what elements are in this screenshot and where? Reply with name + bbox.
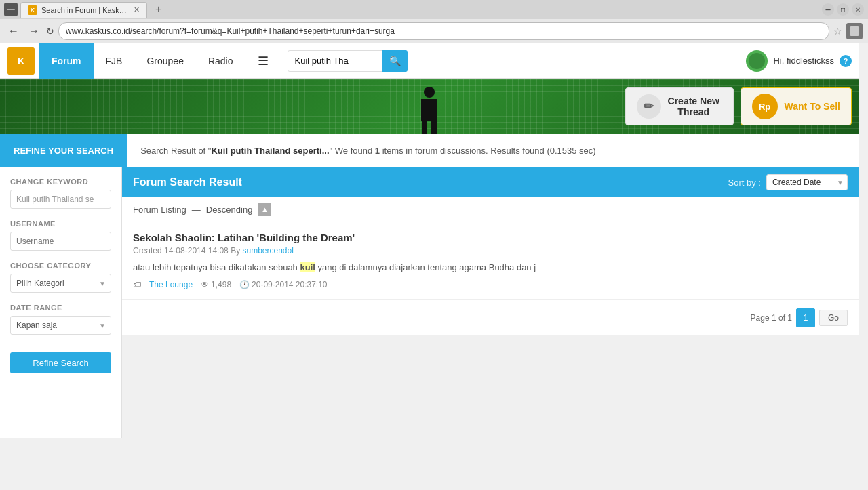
- thread-excerpt: atau lebih tepatnya bisa dikatakan sebua…: [133, 261, 848, 274]
- nav-items: Forum FJB Groupee Radio ☰: [39, 43, 281, 79]
- pagination-bar: Page 1 of 1 1 Go: [122, 300, 859, 335]
- tab-close-button[interactable]: ✕: [134, 5, 140, 14]
- forum-results-title: Forum Search Result: [133, 176, 242, 188]
- category-select[interactable]: Pilih Kategori: [10, 274, 111, 293]
- highlight-keyword: kuil: [300, 262, 315, 272]
- refresh-button[interactable]: ↻: [46, 26, 54, 37]
- extension-icon: [846, 23, 863, 39]
- search-result-text: Search Result of "Kuil putih Thailand se…: [127, 146, 859, 156]
- forum-listing-bar: Forum Listing — Descending ▲: [122, 197, 859, 222]
- sort-select[interactable]: Created Date Relevance Views: [766, 174, 848, 190]
- sort-label: Sort by :: [728, 178, 761, 188]
- result-count: 1: [375, 146, 380, 156]
- browser-toolbar: ← → ↻ www.kaskus.co.id/search/forum?f=fo…: [0, 19, 868, 43]
- back-button[interactable]: ←: [5, 24, 22, 39]
- maximize-button[interactable]: □: [837, 3, 849, 16]
- forum-listing-label: Forum Listing: [133, 205, 186, 215]
- thread-category-tag[interactable]: The Lounge: [149, 280, 193, 289]
- sidebar-category-section: CHOOSE CATEGORY Pilih Kategori: [10, 262, 111, 293]
- address-bar[interactable]: www.kaskus.co.id/search/forum?f=forum&q=…: [58, 22, 829, 40]
- banner-area: ✏ Create New Thread Rp Want To Sell: [0, 79, 859, 134]
- thread-item: Sekolah Shaolin: Latihan 'Building the D…: [122, 222, 859, 300]
- nav-item-groupee[interactable]: Groupee: [134, 43, 195, 79]
- browser-tab[interactable]: K Search in Forum | Kaskus - T... ✕: [20, 2, 147, 18]
- svg-text:K: K: [18, 56, 24, 66]
- want-to-sell-button[interactable]: Rp Want To Sell: [741, 87, 852, 125]
- category-select-wrapper: Pilih Kategori: [10, 274, 111, 293]
- thread-author[interactable]: sumbercendol: [242, 246, 293, 256]
- browser-icon: [4, 3, 18, 16]
- thread-last-date: 🕐 20-09-2014 20:37:10: [239, 280, 327, 289]
- category-label: CHOOSE CATEGORY: [10, 262, 111, 270]
- search-button[interactable]: 🔍: [382, 50, 408, 72]
- thread-tags: 🏷 The Lounge 👁 1,498 🕐 20-09-2014 20:37:…: [133, 280, 848, 289]
- browser-window-controls: [4, 3, 18, 16]
- username-input[interactable]: [10, 232, 111, 251]
- browser-titlebar: K Search in Forum | Kaskus - T... ✕ + ─ …: [0, 0, 868, 19]
- avatar-inner: [749, 53, 765, 69]
- forum-results: Forum Search Result Sort by : Created Da…: [122, 167, 859, 438]
- nav-item-radio[interactable]: Radio: [196, 43, 245, 79]
- browser-chrome: K Search in Forum | Kaskus - T... ✕ + ─ …: [0, 0, 868, 43]
- forum-results-header: Forum Search Result Sort by : Created Da…: [122, 167, 859, 197]
- sidebar: CHANGE KEYWORD USERNAME CHOOSE CATEGORY …: [0, 167, 122, 438]
- eye-icon: 👁: [201, 280, 209, 289]
- sort-area: Sort by : Created Date Relevance Views: [728, 174, 848, 190]
- user-greeting: Hi, fiddlestickss: [773, 56, 834, 66]
- username-label: USERNAME: [10, 220, 111, 228]
- thread-title[interactable]: Sekolah Shaolin: Latihan 'Building the D…: [133, 232, 848, 243]
- banner-player: [412, 87, 446, 134]
- date-label: DATE RANGE: [10, 304, 111, 312]
- go-button[interactable]: Go: [819, 310, 848, 326]
- date-select-wrapper: Kapan saja: [10, 316, 111, 335]
- scrollbar[interactable]: [859, 43, 868, 438]
- date-select[interactable]: Kapan saja: [10, 316, 111, 335]
- thread-created: Created 14-08-2014 14:08: [133, 246, 229, 256]
- refine-search-button[interactable]: Refine Search: [10, 352, 111, 373]
- clock-icon: 🕐: [239, 280, 250, 289]
- kaskus-logo[interactable]: K: [7, 47, 35, 75]
- thread-by: By: [231, 246, 240, 256]
- page-info: Page 1 of 1: [751, 313, 792, 323]
- avatar: [746, 50, 768, 72]
- keyword-label: CHANGE KEYWORD: [10, 178, 111, 186]
- nav-item-fjb[interactable]: FJB: [94, 43, 135, 79]
- tab-favicon: K: [28, 5, 37, 15]
- page-wrapper: K Forum FJB Groupee Radio ☰: [0, 43, 868, 438]
- page-main: K Forum FJB Groupee Radio ☰: [0, 43, 859, 438]
- tag-icon: 🏷: [133, 280, 141, 289]
- nav-item-menu[interactable]: ☰: [245, 43, 281, 79]
- close-button[interactable]: ✕: [852, 3, 864, 16]
- sidebar-date-section: DATE RANGE Kapan saja: [10, 304, 111, 335]
- sidebar-keyword-section: CHANGE KEYWORD: [10, 178, 111, 209]
- nav-item-forum[interactable]: Forum: [39, 43, 94, 79]
- rp-icon: Rp: [752, 94, 778, 119]
- url-text: www.kaskus.co.id/search/forum?f=forum&q=…: [66, 26, 822, 36]
- sort-select-wrapper: Created Date Relevance Views: [766, 174, 848, 190]
- search-input[interactable]: [288, 50, 382, 72]
- tab-title: Search in Forum | Kaskus - T...: [41, 6, 130, 14]
- keyword-input[interactable]: [10, 190, 111, 209]
- pencil-icon: ✏: [637, 94, 661, 119]
- nav-user: Hi, fiddlestickss ?: [746, 50, 852, 72]
- page-1-button[interactable]: 1: [796, 308, 815, 327]
- search-query: Kuil putih Thailand seperti...: [211, 146, 329, 156]
- minimize-button[interactable]: ─: [822, 3, 834, 16]
- refine-your-search-button[interactable]: REFINE YOUR SEARCH: [0, 134, 127, 167]
- thread-views: 👁 1,498: [201, 280, 231, 289]
- forum-listing-separator: —: [192, 205, 201, 215]
- sort-direction-button[interactable]: ▲: [258, 203, 271, 216]
- nav-search: 🔍: [288, 50, 408, 72]
- main-navigation: K Forum FJB Groupee Radio ☰: [0, 43, 859, 79]
- action-buttons: ✏ Create New Thread Rp Want To Sell: [625, 87, 852, 125]
- banner-image: ✏ Create New Thread Rp Want To Sell: [0, 79, 859, 134]
- help-button[interactable]: ?: [840, 55, 852, 67]
- forum-listing-order: Descending: [206, 205, 253, 215]
- main-content: CHANGE KEYWORD USERNAME CHOOSE CATEGORY …: [0, 167, 859, 438]
- thread-meta: Created 14-08-2014 14:08 By sumbercendol: [133, 246, 848, 256]
- create-thread-label: Create New Thread: [668, 96, 719, 117]
- bookmark-button[interactable]: ☆: [833, 26, 842, 37]
- forward-button[interactable]: →: [26, 24, 42, 39]
- create-thread-button[interactable]: ✏ Create New Thread: [625, 87, 734, 125]
- new-tab-button[interactable]: +: [150, 1, 167, 18]
